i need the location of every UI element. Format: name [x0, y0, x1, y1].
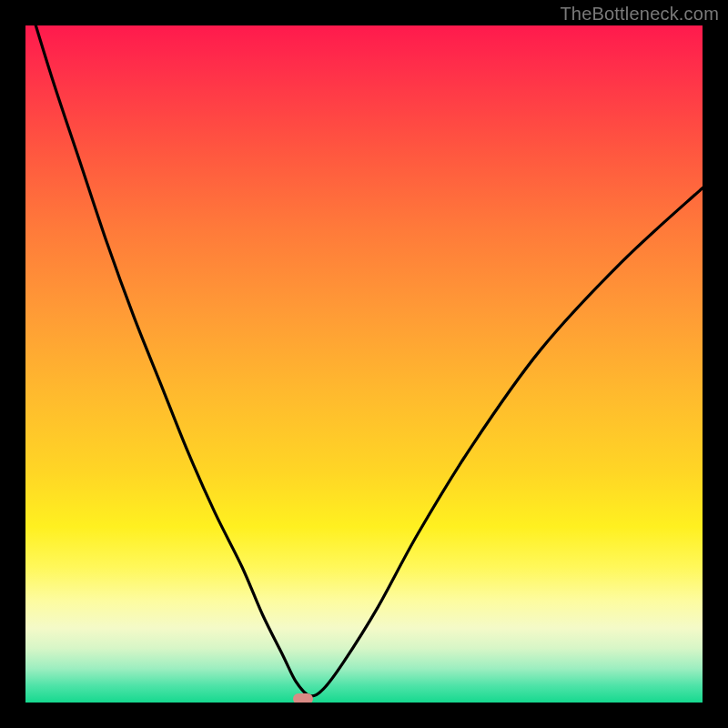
plot-area	[25, 25, 703, 703]
optimum-marker	[293, 693, 313, 703]
chart-frame: TheBottleneck.com	[0, 0, 728, 728]
bottleneck-curve	[25, 25, 703, 703]
watermark-text: TheBottleneck.com	[560, 4, 719, 25]
